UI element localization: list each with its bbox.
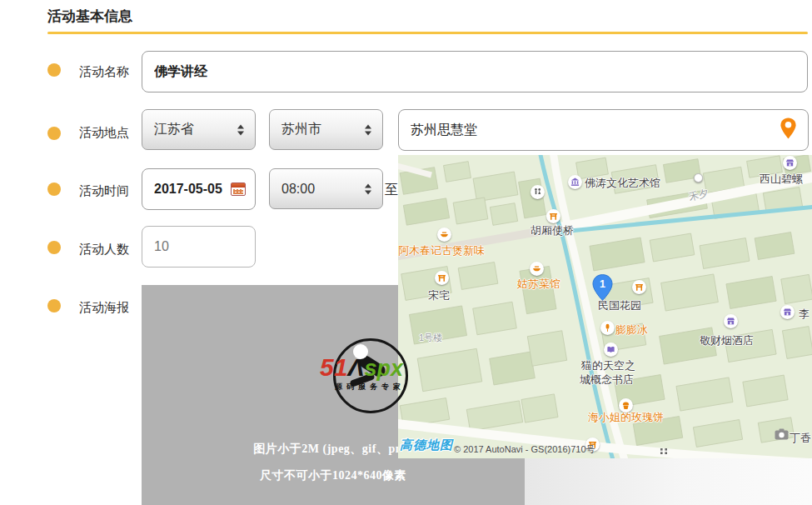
start-time-select[interactable]: 08:00	[269, 168, 383, 209]
map-poi-label: 海小姐的玫瑰饼	[588, 410, 664, 425]
map-poi-label: 膨膨冰	[615, 322, 648, 338]
map-poi-label: 姑苏菜馆	[517, 277, 560, 292]
shop-icon	[783, 156, 797, 170]
start-time-value: 08:00	[281, 182, 315, 197]
shop-icon	[780, 305, 795, 319]
poster-hint-2: 尺寸不可小于1024*640像素	[142, 468, 525, 483]
shop-icon	[724, 314, 738, 328]
pavilion-icon	[435, 271, 449, 285]
required-dot	[47, 241, 61, 254]
activity-name-input[interactable]	[142, 51, 808, 92]
title-underline	[47, 32, 808, 34]
book-icon	[604, 342, 618, 357]
select-arrows-icon	[365, 124, 372, 135]
province-select[interactable]: 江苏省	[142, 109, 256, 150]
date-field-wrap	[142, 168, 256, 210]
map-poi-label: 宋宅	[428, 288, 450, 303]
capacity-label: 活动人数	[79, 242, 129, 258]
required-dot	[47, 63, 61, 77]
map-container-footer	[525, 458, 812, 505]
map-poi-label: 阿木春记古煲新味	[398, 243, 485, 258]
location-pin-icon[interactable]	[780, 118, 797, 143]
address-field-wrap	[398, 109, 809, 151]
map-poi-label: 1号楼	[419, 332, 442, 344]
restaurant-icon	[437, 228, 451, 242]
select-arrows-icon	[365, 183, 372, 194]
map-attribution: © 2017 AutoNavi - GS(2016)710号	[454, 443, 595, 456]
page-title: 活动基本信息	[47, 7, 132, 26]
map-marker-1[interactable]: 1	[592, 273, 613, 305]
city-select[interactable]: 苏州市	[269, 109, 383, 150]
time-label: 活动时间	[79, 183, 129, 199]
restroom-icon	[531, 185, 545, 199]
city-select-value: 苏州市	[281, 121, 321, 138]
name-label: 活动名称	[79, 64, 129, 80]
map-poi-label: 李	[799, 307, 810, 322]
map-poi-label: 城概念书店	[580, 372, 634, 388]
map-poi-label: 丁香	[790, 431, 811, 446]
location-label: 活动地点	[79, 125, 129, 141]
museum-icon	[568, 175, 582, 189]
pavilion-icon	[546, 209, 560, 223]
select-arrows-icon	[237, 124, 245, 135]
province-select-value: 江苏省	[154, 121, 194, 138]
amap-logo: 高德地图	[400, 438, 453, 453]
restaurant-icon	[530, 262, 544, 276]
poster-label: 活动海报	[79, 300, 129, 316]
svg-text:1: 1	[600, 278, 605, 290]
camera-icon	[775, 428, 789, 442]
pavilion-icon	[632, 280, 646, 294]
capacity-input[interactable]	[142, 226, 256, 268]
dot-icon	[694, 173, 703, 182]
map-poi-label: 猫的天空之	[581, 358, 635, 373]
map-canvas[interactable]: 1 高德地图 © 2017 AutoNavi - GS(2016)710号 佛涛…	[398, 155, 812, 458]
address-input[interactable]	[398, 109, 809, 151]
map-poi-label: 西山碧螺	[760, 172, 803, 187]
required-dot	[47, 182, 61, 196]
popsicle-icon	[600, 321, 615, 335]
calendar-icon[interactable]	[231, 182, 246, 196]
required-dot	[47, 299, 61, 312]
map-poi-label: 胡厢使桥	[531, 223, 574, 238]
restroom-dots-icon	[657, 444, 671, 458]
map-poi-label: 佛涛文化艺术馆	[585, 176, 660, 191]
required-dot	[47, 127, 61, 140]
map-poi-label: 敬财烟酒店	[700, 333, 754, 348]
to-label: 至	[385, 182, 398, 199]
